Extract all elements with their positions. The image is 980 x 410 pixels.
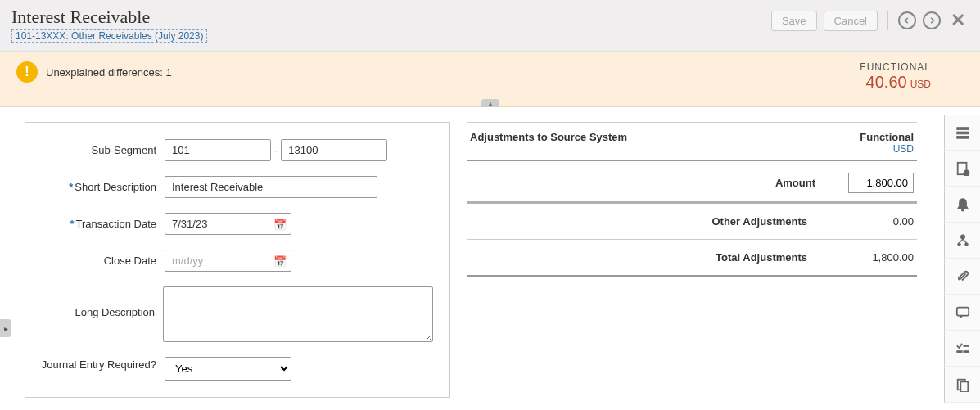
row-long-description: Long Description	[34, 286, 433, 342]
warning-icon: !	[16, 61, 38, 83]
prev-record-button[interactable]	[898, 11, 916, 29]
label-short-description: *Short Description	[34, 176, 165, 193]
amount-label: Amount	[470, 177, 848, 189]
svg-point-7	[963, 169, 969, 175]
header-actions: Save Cancel ✕	[771, 7, 969, 31]
row-short-description: *Short Description	[34, 176, 433, 198]
other-adjustments-label: Other Adjustments	[470, 215, 840, 228]
label-journal-entry: Journal Entry Required?	[34, 357, 165, 371]
warning-left: ! Unexplained differences: 1	[16, 61, 172, 83]
label-sub-segment: Sub-Segment	[34, 139, 165, 156]
row-transaction-date: *Transaction Date 📅	[34, 213, 433, 235]
user-tree-icon[interactable]	[944, 223, 980, 259]
page-title: Interest Receivable	[11, 7, 207, 28]
svg-rect-13	[963, 345, 968, 346]
close-icon[interactable]: ✕	[947, 10, 969, 31]
svg-rect-17	[960, 381, 968, 392]
main-content: Sub-Segment - *Short Description *Transa…	[0, 107, 980, 398]
sidebar-rail	[944, 115, 980, 403]
adjustments-header-left: Adjustments to Source System	[470, 131, 627, 143]
divider	[887, 11, 888, 30]
svg-point-9	[960, 234, 964, 238]
functional-amount: 40.60	[866, 73, 907, 91]
bell-icon[interactable]	[944, 187, 980, 223]
breadcrumb[interactable]: 101-13XXX: Other Receivables (July 2023)	[11, 29, 207, 43]
svg-rect-4	[956, 136, 959, 138]
row-close-date: Close Date 📅	[34, 250, 433, 272]
svg-rect-0	[956, 127, 959, 129]
svg-rect-1	[960, 127, 969, 129]
list-icon[interactable]	[944, 115, 980, 151]
row-other-adjustments: Other Adjustments 0.00	[467, 204, 917, 240]
functional-currency: USD	[910, 79, 931, 90]
svg-point-11	[964, 242, 968, 246]
functional-label: FUNCTIONAL	[860, 61, 931, 73]
adjustments-currency: USD	[467, 142, 917, 161]
expand-left-icon[interactable]: ▸	[0, 319, 11, 337]
adjustments-panel: Adjustments to Source System Functional …	[467, 122, 925, 398]
sub-segment-2-input[interactable]	[281, 139, 387, 161]
short-description-input[interactable]	[165, 176, 377, 198]
copy-icon[interactable]	[944, 367, 980, 403]
comment-icon[interactable]	[944, 295, 980, 331]
adjustments-table: Adjustments to Source System Functional …	[467, 122, 917, 277]
label-long-description: Long Description	[34, 286, 163, 318]
adjustments-header-right: Functional	[860, 131, 914, 143]
close-date-input[interactable]	[165, 250, 291, 272]
note-icon[interactable]	[944, 151, 980, 187]
cancel-button[interactable]: Cancel	[824, 11, 878, 31]
label-transaction-date: *Transaction Date	[34, 213, 165, 230]
label-close-date: Close Date	[34, 250, 165, 267]
adjustments-header-group: Adjustments to Source System Functional …	[467, 122, 917, 161]
svg-point-10	[957, 242, 960, 246]
svg-rect-5	[960, 136, 969, 138]
journal-entry-select[interactable]: Yes	[165, 357, 291, 381]
svg-rect-3	[960, 132, 969, 134]
row-journal-entry: Journal Entry Required? Yes	[34, 357, 433, 381]
attachment-icon[interactable]	[944, 259, 980, 295]
sub-segment-1-input[interactable]	[165, 139, 271, 161]
long-description-input[interactable]	[163, 286, 433, 342]
svg-rect-15	[963, 350, 968, 352]
warning-right: FUNCTIONAL 40.60USD	[860, 61, 964, 92]
warning-banner: ! Unexplained differences: 1 FUNCTIONAL …	[0, 52, 980, 107]
collapse-banner-icon[interactable]: ▴	[481, 99, 499, 107]
header-left: Interest Receivable 101-13XXX: Other Rec…	[11, 7, 207, 43]
row-total-adjustments: Total Adjustments 1,800.00	[467, 240, 917, 277]
svg-rect-2	[956, 132, 959, 134]
other-adjustments-value: 0.00	[840, 215, 914, 228]
amount-input[interactable]	[848, 173, 914, 193]
transaction-date-input[interactable]	[165, 213, 291, 235]
save-button[interactable]: Save	[771, 11, 817, 31]
total-adjustments-value: 1,800.00	[840, 251, 914, 264]
checklist-icon[interactable]	[944, 331, 980, 367]
total-adjustments-label: Total Adjustments	[470, 251, 840, 264]
next-record-button[interactable]	[923, 11, 941, 29]
warning-text: Unexplained differences: 1	[46, 66, 172, 79]
details-panel: Sub-Segment - *Short Description *Transa…	[25, 122, 450, 398]
svg-point-8	[961, 208, 964, 211]
row-sub-segment: Sub-Segment -	[34, 139, 433, 161]
row-amount: Amount	[467, 161, 917, 204]
svg-rect-14	[956, 350, 961, 352]
svg-rect-12	[956, 307, 968, 315]
segment-dash: -	[274, 144, 278, 156]
page-header: Interest Receivable 101-13XXX: Other Rec…	[0, 0, 980, 52]
